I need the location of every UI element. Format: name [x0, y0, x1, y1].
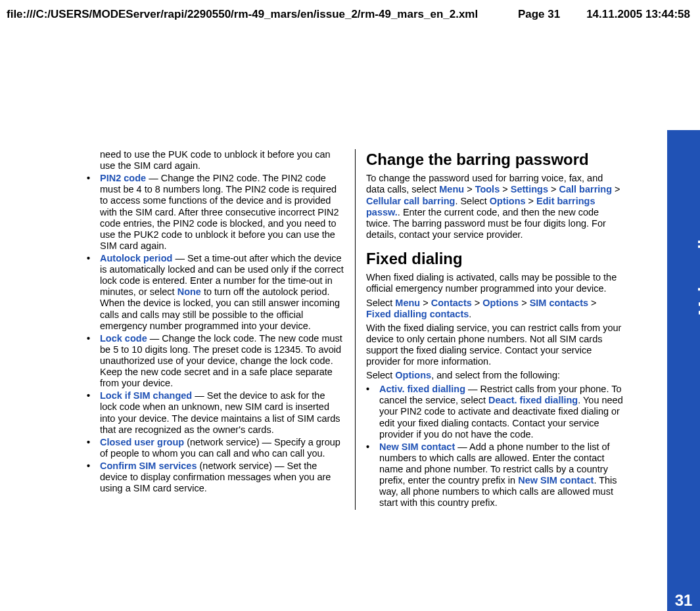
page-area: Make calls 31 need to use the PUK code t… — [0, 34, 700, 611]
side-tab: Make calls 31 — [667, 130, 700, 611]
list-item: • New SIM contact — Add a phone number t… — [366, 441, 623, 509]
list-text: Confirm SIM services (network service) —… — [100, 461, 344, 494]
list-text: Closed user group (network service) — Sp… — [100, 437, 344, 459]
term-pin2: PIN2 code — [100, 173, 146, 183]
term-confirm-sim: Confirm SIM services — [100, 461, 197, 471]
bullet-icon: • — [366, 441, 379, 509]
page-number: 31 — [667, 591, 700, 610]
term-locksim: Lock if SIM changed — [100, 390, 192, 401]
fixed-para-4: Select Options, and select from the foll… — [366, 370, 623, 381]
list-text: Activ. fixed dialling — Restrict calls f… — [379, 384, 623, 440]
fixed-para-2: Select Menu > Contacts > Options > SIM c… — [366, 298, 623, 320]
term-cug: Closed user group — [100, 437, 184, 447]
page-indicator: Page 31 — [518, 8, 560, 21]
file-path: file:///C:/USERS/MODEServer/rapi/2290550… — [7, 8, 478, 21]
column-right: Change the barring password To change th… — [355, 149, 623, 510]
list-item: • Lock code — Change the lock code. The … — [87, 333, 344, 390]
list-item: • Lock if SIM changed — Set the device t… — [87, 390, 344, 435]
list-item: • Activ. fixed dialling — Restrict calls… — [366, 384, 623, 440]
fixed-para-3: With the fixed dialing service, you can … — [366, 323, 623, 367]
term-none: None — [177, 286, 201, 297]
term-new-sim: New SIM contact — [379, 441, 455, 452]
bullet-icon: • — [87, 333, 100, 390]
intro-continuation: need to use the PUK code to unblock it b… — [87, 149, 344, 171]
list-item: • Autolock period — Set a time-out after… — [87, 253, 344, 332]
list-text: Lock if SIM changed — Set the device to … — [100, 390, 344, 435]
column-left: need to use the PUK code to unblock it b… — [87, 149, 355, 510]
bullet-icon: • — [87, 253, 100, 332]
section-label: Make calls — [695, 145, 700, 230]
term-autolock: Autolock period — [100, 253, 172, 263]
list-text: Lock code — Change the lock code. The ne… — [100, 333, 344, 390]
list-item: • PIN2 code — Change the PIN2 code. The … — [87, 173, 344, 252]
bullet-icon: • — [366, 384, 379, 440]
print-header: file:///C:/USERS/MODEServer/rapi/2290550… — [0, 0, 700, 26]
content-columns: need to use the PUK code to unblock it b… — [87, 149, 640, 510]
header-right: Page 31 14.11.2005 13:44:58 — [518, 8, 690, 21]
term-activ-fixed: Activ. fixed dialling — [379, 384, 465, 394]
print-datetime: 14.11.2005 13:44:58 — [586, 8, 690, 21]
list-item: • Closed user group (network service) — … — [87, 437, 344, 459]
list-text: PIN2 code — Change the PIN2 code. The PI… — [100, 173, 344, 252]
list-text: New SIM contact — Add a phone number to … — [379, 441, 623, 509]
list-item: • Confirm SIM services (network service)… — [87, 461, 344, 494]
term-lockcode: Lock code — [100, 333, 147, 344]
bullet-icon: • — [87, 173, 100, 252]
bullet-icon: • — [87, 461, 100, 494]
heading-fixed-dialing: Fixed dialing — [366, 250, 623, 268]
bullet-icon: • — [87, 390, 100, 435]
heading-barring: Change the barring password — [366, 150, 623, 169]
list-text: Autolock period — Set a time-out after w… — [100, 253, 344, 332]
term-new-sim-2: New SIM contact — [518, 475, 594, 486]
bullet-icon: • — [87, 437, 100, 459]
barring-para: To change the password used for barring … — [366, 173, 623, 240]
term-deact-fixed: Deact. fixed dialling — [488, 395, 578, 405]
fixed-para-1: When fixed dialing is activated, calls m… — [366, 272, 623, 294]
